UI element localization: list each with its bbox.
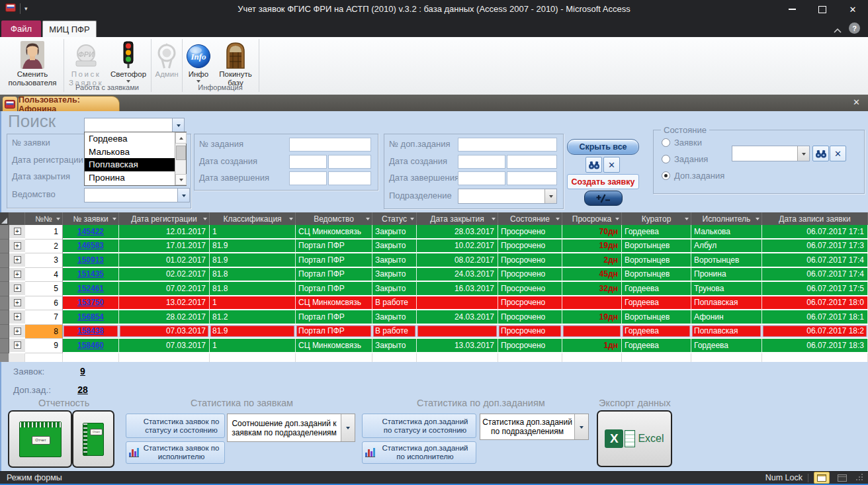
clear-filter-button[interactable]: ✕	[603, 157, 620, 173]
classification-cell[interactable]: 81.8	[210, 282, 296, 296]
curator-cell[interactable]: Воротынцев	[622, 268, 691, 283]
reg-date-cell[interactable]: 17.01.2017	[119, 240, 210, 254]
close-date-cell[interactable]: 28.03.2017	[417, 225, 498, 240]
curator-cell[interactable]: Воротынцев	[622, 253, 691, 268]
request-link[interactable]: 150913	[77, 255, 104, 265]
status-cell[interactable]: Закрыто	[372, 253, 417, 268]
request-link-cell[interactable]: 156854	[63, 310, 119, 325]
reg-date-cell[interactable]: 02.02.2017	[119, 268, 210, 283]
reg-date-cell[interactable]: 07.03.2017	[119, 325, 210, 339]
subtask-executor-stats-button[interactable]: Статистика доп.заданий по исполнителю	[362, 441, 476, 464]
expand-cell[interactable]: +	[9, 325, 25, 339]
close-date-cell[interactable]	[417, 296, 498, 311]
dropdown-item[interactable]: Поплавская	[85, 158, 175, 171]
row-selector[interactable]	[0, 339, 9, 353]
resize-grip[interactable]	[856, 474, 864, 482]
row-selector[interactable]	[0, 225, 9, 240]
task-finish-from-input[interactable]	[289, 171, 327, 185]
classification-cell[interactable]: 1	[210, 296, 296, 311]
help-icon[interactable]: ?	[849, 22, 860, 34]
status-cell[interactable]: В работе	[372, 325, 417, 339]
expand-cell[interactable]: +	[9, 339, 25, 353]
row-selector[interactable]	[0, 296, 9, 311]
state-cell[interactable]: Просрочено	[498, 268, 562, 283]
reg-date-cell[interactable]: 07.02.2017	[119, 282, 210, 296]
record-date-cell[interactable]: 06.07.2017 17:4	[762, 268, 868, 283]
row-number-cell[interactable]: 4	[25, 268, 63, 283]
req-status-stats-button[interactable]: Статистика заявок по статусу и состоянию	[126, 414, 225, 438]
request-link[interactable]: 151435	[77, 269, 104, 279]
classification-cell[interactable]: 81.9	[210, 325, 296, 339]
reg-date-cell[interactable]: 13.02.2017	[119, 296, 210, 311]
department-cell[interactable]: СЦ Минкомсвязь	[296, 296, 372, 311]
req-stats-dropdown[interactable]: Соотношение доп.заданий к заявкам по под…	[227, 414, 355, 442]
request-link[interactable]: 153750	[77, 298, 104, 307]
division-combo[interactable]	[458, 189, 557, 204]
form-view-icon[interactable]	[814, 472, 830, 484]
record-date-cell[interactable]: 06.07.2017 17:1	[762, 225, 868, 240]
filter-arrow-icon[interactable]	[203, 218, 207, 222]
executor-cell[interactable]: Албул	[691, 240, 762, 254]
row-number-cell[interactable]: 7	[25, 310, 63, 325]
reg-date-cell[interactable]: 01.02.2017	[119, 253, 210, 268]
expand-cell[interactable]: +	[9, 253, 25, 268]
status-cell[interactable]: Закрыто	[372, 268, 417, 283]
request-link[interactable]: 146583	[77, 241, 104, 250]
row-number-cell[interactable]: 3	[25, 253, 63, 268]
expand-plus-icon[interactable]: +	[14, 285, 21, 292]
change-user-button[interactable]: Сменить пользователя	[3, 38, 62, 91]
report-button-1[interactable]: Отчет	[8, 410, 72, 468]
close-date-cell[interactable]: 16.03.2017	[417, 282, 498, 296]
plus-minus-button[interactable]	[584, 191, 623, 206]
curator-cell[interactable]: Гордеева	[622, 282, 691, 296]
dropdown-item[interactable]: Пронина	[85, 171, 175, 185]
subtask-create-to-input[interactable]	[507, 155, 557, 169]
state-cell[interactable]: Просрочено	[498, 296, 562, 311]
filter-arrow-icon[interactable]	[685, 218, 689, 222]
state-radio-option[interactable]: Задания	[654, 151, 724, 167]
close-date-cell[interactable]: 24.03.2017	[417, 268, 498, 283]
status-cell[interactable]: В работе	[372, 296, 417, 311]
state-radio-option[interactable]: Заявки	[654, 134, 724, 151]
curator-cell[interactable]: Гордеева	[622, 325, 691, 339]
record-date-cell[interactable]: 06.07.2017 17:3	[762, 240, 868, 254]
overdue-cell[interactable]: 32дн	[562, 282, 622, 296]
expand-plus-icon[interactable]: +	[14, 299, 21, 306]
task-number-input[interactable]	[289, 138, 371, 152]
column-header[interactable]: Классификация	[210, 212, 296, 225]
status-cell[interactable]: Закрыто	[372, 282, 417, 296]
row-selector[interactable]	[0, 310, 9, 325]
maximize-button[interactable]	[807, 0, 838, 19]
scroll-down-icon[interactable]	[175, 174, 187, 185]
combo-arrow-icon[interactable]	[177, 189, 189, 202]
close-date-cell[interactable]: 10.02.2017	[417, 240, 498, 254]
expand-plus-icon[interactable]: +	[14, 228, 21, 235]
combo-arrow-icon[interactable]	[341, 414, 355, 441]
layout-view-icon[interactable]	[835, 472, 849, 483]
executor-cell[interactable]: Афонин	[691, 310, 762, 325]
curator-cell[interactable]: Гордеева	[622, 225, 691, 240]
request-link-cell[interactable]: 158460	[63, 339, 119, 353]
filter-arrow-icon[interactable]	[56, 218, 60, 222]
combo-arrow-icon[interactable]	[574, 414, 588, 439]
request-link-cell[interactable]: 158438	[63, 325, 119, 339]
state-radio-option[interactable]: Доп.задания	[654, 167, 724, 184]
row-selector[interactable]	[0, 268, 9, 283]
executor-cell[interactable]: Гордеева	[691, 339, 762, 353]
request-link-cell[interactable]: 145422	[63, 225, 119, 240]
column-header[interactable]: Статус	[372, 212, 417, 225]
subtask-status-stats-button[interactable]: Статистика доп.заданий по статусу и сост…	[362, 414, 476, 438]
column-header[interactable]: № заявки	[63, 212, 119, 225]
row-number-cell[interactable]: 9	[25, 339, 63, 353]
state-cell[interactable]: Просрочено	[498, 240, 562, 254]
minimize-button[interactable]	[777, 0, 807, 19]
export-excel-button[interactable]: X Excel	[597, 410, 672, 467]
row-selector[interactable]	[0, 325, 9, 339]
executor-cell[interactable]: Малькова	[691, 225, 762, 240]
executor-cell[interactable]: Поплавская	[691, 296, 762, 311]
dropdown-item[interactable]: Гордеева	[85, 132, 175, 146]
executor-cell[interactable]: Трунова	[691, 282, 762, 296]
expand-plus-icon[interactable]: +	[14, 256, 21, 263]
state-cell[interactable]: Просрочено	[498, 310, 562, 325]
subtask-finish-from-input[interactable]	[458, 171, 505, 185]
